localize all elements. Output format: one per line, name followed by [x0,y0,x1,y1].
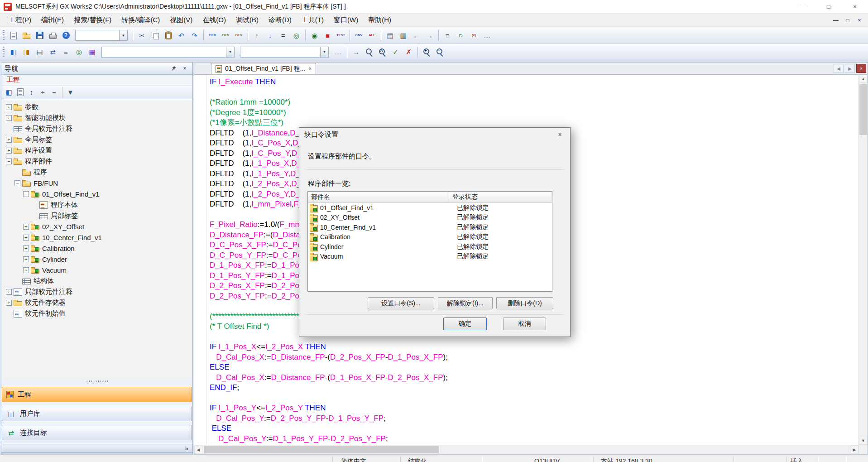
tree-item-offset-find-v1[interactable]: −01_Offset_Find_v1 [3,188,192,199]
cancel-button[interactable]: 取消 [503,318,546,330]
tree-expander-program-setting[interactable]: + [6,148,12,154]
tree-expander-pou[interactable]: − [6,159,12,164]
watch-window-button[interactable]: ◎ [72,45,86,58]
maximize-button[interactable]: □ [815,0,842,13]
element-selection-window-button[interactable]: ◨ [20,45,33,58]
tree-item-structured-data-types[interactable]: 结构体 [3,275,192,286]
mdi-restore-button[interactable]: □ [842,15,854,25]
device-comment-button[interactable]: DEV [206,29,219,42]
dialog-row-01-offset-find-v1[interactable]: 01_Offset_Find_v1已解除锁定 [308,203,552,213]
tree-expander-fb-fun[interactable]: − [14,180,20,186]
tree-item-local-device-comment[interactable]: +局部软元件注释 [3,286,192,297]
tree-item-xy-offset[interactable]: +02_XY_Offset [3,221,192,232]
column-header-name[interactable]: 部件名 [308,192,449,202]
tree-item-program[interactable]: 程序 [3,167,192,178]
delete-watch-button[interactable]: ✗ [402,45,415,58]
menu-item-7[interactable]: 诊断(D) [264,16,297,24]
register-watch-button[interactable]: ✓ [389,45,402,58]
tree-expander-center-find-v1[interactable]: + [23,235,29,241]
read-from-plc-button[interactable]: ↓ [264,29,277,42]
stack-button-user-library[interactable]: ◫用户库 [2,406,192,421]
vertical-scrollbar[interactable]: ▲ ▼ [858,75,868,445]
menu-item-8[interactable]: 工具(T) [297,16,329,24]
redo-button[interactable]: ↷ [188,29,201,42]
tree-expander-local-device-comment[interactable]: + [6,289,12,295]
scroll-down-icon[interactable]: ▼ [859,437,868,445]
stack-button-project[interactable]: 工程 [2,387,192,402]
find-button[interactable] [363,45,376,58]
document-close-button[interactable]: × [856,64,866,73]
output-window-button[interactable]: ▤ [33,45,46,58]
open-project-button[interactable] [20,29,33,42]
remote-operation-button[interactable]: ◎ [290,29,303,42]
tree-item-local-label[interactable]: 局部标签 [3,210,192,221]
tree-item-global-device-comment[interactable]: 全局软元件注释 [3,123,192,134]
zoom-out-button[interactable]: − [433,45,446,58]
undo-button[interactable]: ↶ [175,29,188,42]
device-memory-button[interactable]: DEV [219,29,232,42]
tree-item-fb-fun[interactable]: −FB/FUN [3,178,192,188]
dialog-row-vacuum[interactable]: Vacuum已解除锁定 [308,252,552,262]
write-to-plc-button[interactable]: ↑ [250,29,264,42]
mdi-close-button[interactable]: × [854,15,865,25]
menu-item-6[interactable]: 调试(B) [231,16,264,24]
menu-item-3[interactable]: 转换/编译(C) [116,16,165,24]
mdi-minimize-button[interactable]: — [830,15,842,25]
start-monitor-button[interactable]: ◉ [308,29,321,42]
tree-item-global-label[interactable]: +全局标签 [3,134,192,145]
device-test-button[interactable]: TEST [334,29,347,42]
menu-item-2[interactable]: 搜索/替换(F) [69,16,116,24]
tree-item-program-body[interactable]: 程序本体 [3,199,192,210]
toolbar-grip-2[interactable] [3,47,5,58]
menu-item-1[interactable]: 编辑(E) [36,16,69,24]
indent-left-button[interactable]: ← [410,29,423,42]
close-button[interactable]: × [842,0,868,13]
uncomment-button[interactable]: (x) [467,29,480,42]
zoom-in-button[interactable]: + [420,45,433,58]
navigation-splitter[interactable] [1,379,192,383]
tree-item-center-find-v1[interactable]: +10_Center_Find_v1 [3,232,192,243]
tree-expander-calibration[interactable]: + [23,245,29,251]
tab-scroll-right-button[interactable]: ▶ [845,64,855,73]
tree-expander-vacuum[interactable]: + [23,267,29,273]
collapse-all-button[interactable]: − [48,87,60,98]
insert-row-button[interactable]: ▤ [384,29,397,42]
sort-button[interactable]: ↕ [26,87,37,98]
horizontal-scroll-thumb[interactable] [204,446,439,453]
stop-monitor-button[interactable]: ■ [321,29,334,42]
tree-expander-xy-offset[interactable]: + [23,224,29,230]
tree-expander-parameter[interactable]: + [6,104,12,110]
display-template-button[interactable]: ≡ [441,29,454,42]
find-target-dropdown-icon[interactable]: ▼ [226,47,234,57]
rebuild-all-button[interactable]: ALL [365,29,379,42]
toolbar-grip[interactable] [3,30,5,41]
tree-item-calibration[interactable]: +Calibration [3,243,192,254]
tree-item-device-memory-node[interactable]: +软元件存储器 [3,297,192,308]
horizontal-scroll-track[interactable] [202,445,850,454]
tree-item-intelligent-function-module[interactable]: +智能功能模块 [3,112,192,123]
tab-01-offset-find-v1[interactable]: 01_Offset_Find_v1 [FB] 程... × [211,63,316,74]
indent-right-button[interactable]: → [423,29,436,42]
tab-scroll-left-button[interactable]: ◀ [834,64,844,73]
column-header-status[interactable]: 登录状态 [449,192,552,202]
menu-item-9[interactable]: 窗口(W) [329,16,363,24]
menu-item-5[interactable]: 在线(O) [197,16,231,24]
cut-button[interactable]: ✂ [135,29,149,42]
horizontal-scrollbar[interactable]: ◀ ▶ [194,445,868,454]
dialog-close-button[interactable]: × [550,128,570,141]
filter-menu-button[interactable]: ▼ [65,87,76,98]
find-condition-dropdown-icon[interactable]: ▼ [320,47,328,57]
scroll-up-icon[interactable]: ▲ [859,75,868,83]
help-button[interactable]: ? [59,29,72,42]
jump-button[interactable]: → [350,45,363,58]
set-password-button[interactable]: 设置口令(S)... [368,297,434,309]
browse-target-button[interactable]: … [331,45,345,58]
device-list-button[interactable]: ≡ [59,45,72,58]
dialog-row-10-center-find-v1[interactable]: 10_Center_Find_v1已解除锁定 [308,222,552,232]
tree-expander-offset-find-v1[interactable]: − [23,191,29,197]
delete-row-button[interactable]: ▥ [397,29,410,42]
minimize-button[interactable]: — [789,0,815,13]
tree-expander-device-memory-node[interactable]: + [6,300,12,306]
dialog-row-02-xy-offset[interactable]: 02_XY_Offset已解除锁定 [308,213,552,223]
tree-item-parameter[interactable]: +参数 [3,101,192,112]
